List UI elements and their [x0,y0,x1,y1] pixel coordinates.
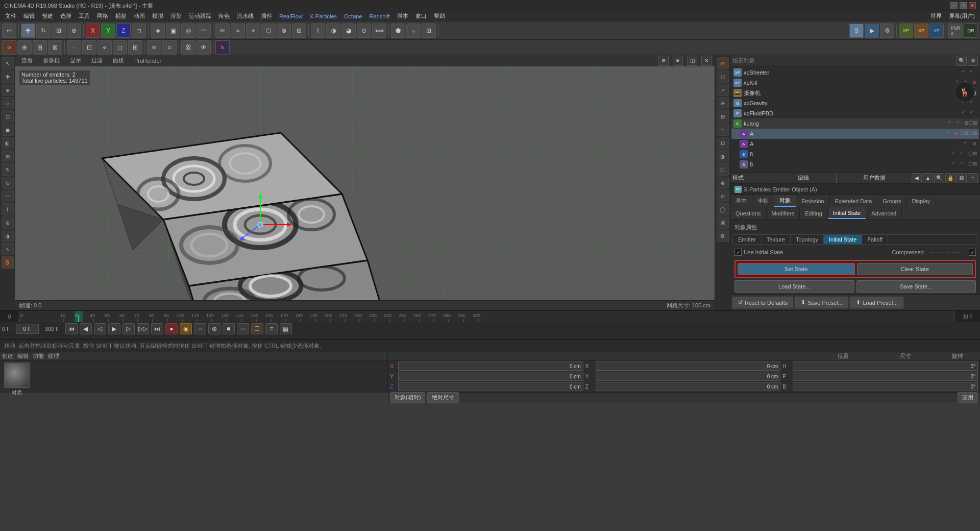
transform-tool[interactable]: ⊕ [67,23,81,38]
viewport-3d[interactable]: X Y Z Number of emitters: 2 Total live p… [15,66,715,300]
sub-initial-state[interactable]: Initial State [824,235,862,244]
menu-plugins[interactable]: 插件 [258,11,275,21]
rs-tool6[interactable]: ≡ [717,124,729,136]
snap-grid[interactable]: ⊞ [128,40,142,55]
b2-vis[interactable]: ✓ [952,161,959,168]
maximize-button[interactable]: □ [960,2,967,9]
select-rect[interactable]: ▣ [166,23,180,38]
vp-prorender[interactable]: ProRender [131,57,164,65]
snap-none[interactable]: · [67,40,81,55]
sm-search[interactable]: 🔍 [957,56,967,66]
a2-vis[interactable]: ✓ [964,140,971,148]
tab-questions[interactable]: Questions [730,207,767,219]
prev-frame-button[interactable]: ◀ [80,323,92,334]
tab-emission[interactable]: Emission [796,195,830,207]
vp-panel[interactable]: 面板 [110,56,127,65]
sm-settings[interactable]: ⚙ [968,56,978,66]
qr-button[interactable]: QR [964,23,978,38]
mode-object[interactable]: ⊙ [2,40,16,55]
undo-button[interactable]: ↩ [2,23,16,38]
vp-display[interactable]: 显示 [67,56,84,65]
mode-edge[interactable]: ⊞ [33,40,47,55]
kuang-vis[interactable]: ✓ [948,120,955,127]
use-initial-state-checkbox[interactable]: ✓ [734,249,742,256]
menu-file[interactable]: 文件 [2,11,19,21]
magnet-tool[interactable]: ⊙ [357,23,371,38]
brush-tool[interactable]: ◑ [326,23,340,38]
scene-item-xpkill[interactable]: XP xpKill ✓ ✓ ✕ [731,78,979,88]
scene-item-a2[interactable]: A A ✓ ✕ [731,139,979,149]
left-tool-7[interactable]: ↻ [2,163,14,176]
paint[interactable]: ⬡ [261,23,276,38]
compressed-checkbox[interactable]: ✓ [969,249,976,256]
vp-icon1[interactable]: ⊕ [658,56,669,66]
rs-tool14[interactable]: ⚙ [717,230,729,242]
axis-world[interactable]: W [147,40,161,55]
obj-all[interactable]: ◻ [132,23,146,38]
left-tool-10[interactable]: ⌇ [2,203,14,215]
scene-item-8-1[interactable]: 8 8 ✓ ✓ ⬡⊞ [731,149,979,159]
left-tool-6[interactable]: ⊞ [2,150,14,162]
menu-scripts[interactable]: 脚本 [394,11,411,21]
rs-tool12[interactable]: ◯ [717,203,729,215]
rs-tool8[interactable]: ◑ [717,150,729,162]
grid-button[interactable]: ▦ [280,323,292,334]
minimize-button[interactable]: ─ [950,2,958,9]
bottom-function[interactable]: 功能 [33,352,44,360]
rs-tool9[interactable]: ⬡ [717,163,729,176]
menu-character[interactable]: 角色 [215,11,233,21]
reset-defaults-button[interactable]: ↺ Reset to Defaults [732,297,793,308]
b2-lock[interactable]: ✓ [960,161,967,168]
menu-screen-user[interactable]: 屏幕(用户) [946,11,978,21]
menu-edit[interactable]: 编辑 [20,11,38,21]
tab-object[interactable]: 对象 [774,195,796,207]
rs-tool10[interactable]: ⊗ [717,177,729,189]
select-live[interactable]: ◈ [151,23,165,38]
menu-tools[interactable]: 工具 [76,11,93,21]
menu-motion-track[interactable]: 运动跟踪 [186,11,214,21]
sub-texture[interactable]: Texture [762,235,791,244]
record-auto-button[interactable]: ◉ [180,323,192,334]
rotate-tool[interactable]: ↻ [36,23,51,38]
a1-vis[interactable]: ✓ [945,130,952,137]
knife[interactable]: ⊗ [277,23,291,38]
fast-forward-button[interactable]: ▷▷ [137,323,149,334]
timeline-ruler[interactable]: 0 0 10 30 40 50 60 70 80 [0,311,980,322]
left-tool-2[interactable]: ○ [2,97,14,109]
scene-item-kuang[interactable]: K kuang ✓ ✓ ⊞⬡⊞ [731,118,979,129]
axis-object[interactable]: O [162,40,177,55]
obj-z[interactable]: Z [116,23,131,38]
y-pos-input[interactable] [398,372,583,381]
b1-lock[interactable]: ✓ [960,151,967,158]
object-mode-btn[interactable]: 对象(相对) [390,392,425,403]
psr-button[interactable]: PSR0 [948,23,963,38]
mode-poly[interactable]: ⊠ [48,40,62,55]
xp-btn2[interactable]: XP [914,23,928,38]
set-state-button[interactable]: Set State [738,263,855,275]
tab-groups[interactable]: Groups [877,195,906,207]
b1-vis[interactable]: ✓ [952,151,959,158]
a2-x[interactable]: ✕ [972,140,977,148]
sub-topology[interactable]: Topology [791,235,824,244]
rs-tool2[interactable]: ◻ [717,70,729,83]
menu-animate[interactable]: 动画 [131,11,148,21]
left-tool-select[interactable]: ↖ [2,57,14,69]
left-tool-4[interactable]: ◼ [2,124,14,136]
sub-emitter[interactable]: Emitter [733,235,762,244]
menu-window[interactable]: 窗口 [412,11,430,21]
play-button[interactable]: ▶ [108,323,120,334]
scene-item-a1[interactable]: A A ✓ ✕ ⬡⊞⬡⊞ [731,129,979,139]
loop-cut[interactable]: ⊞ [422,23,436,38]
menu-world[interactable]: 世界 [927,11,945,21]
bp-tool[interactable]: ◕ [341,23,356,38]
kuang-lock[interactable]: ✓ [956,120,963,127]
material-item[interactable]: 材质 [4,363,30,396]
left-tool-move[interactable]: ✚ [2,70,14,83]
scale-tool[interactable]: ⊞ [52,23,66,38]
bottom-edit[interactable]: 编辑 [17,352,29,360]
next-frame-button[interactable]: ▷ [122,323,135,334]
rs-tool13[interactable]: ⌘ [717,216,729,229]
mode-point[interactable]: ⊕ [17,40,32,55]
list-button[interactable]: ≡ [265,323,278,334]
x-size-input[interactable] [596,361,781,371]
